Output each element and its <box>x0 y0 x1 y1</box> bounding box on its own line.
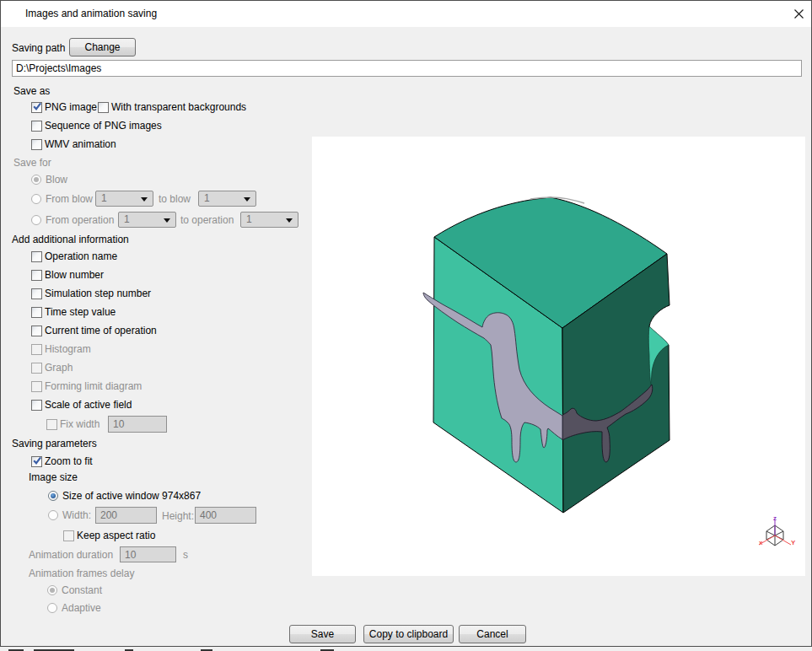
svg-text:Y: Y <box>791 539 796 546</box>
svg-text:x: x <box>759 539 763 546</box>
svg-text:z: z <box>773 514 777 522</box>
